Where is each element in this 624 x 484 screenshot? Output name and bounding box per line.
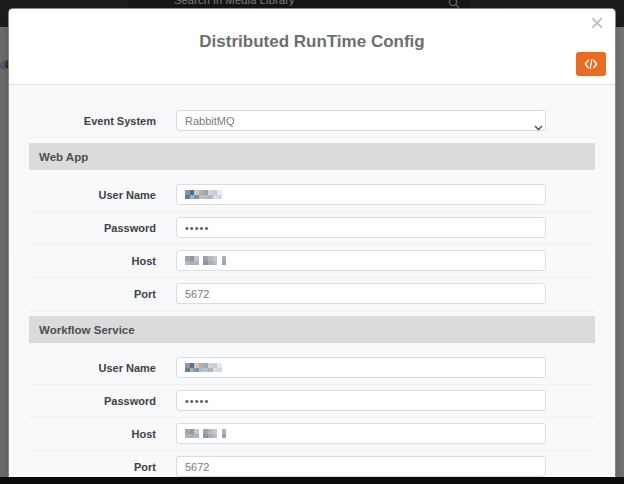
- workflow-username-row: User Name: [29, 352, 595, 385]
- workflow-host-row: Host: [29, 418, 595, 451]
- section-title: Workflow Service: [29, 324, 135, 336]
- section-title: Web App: [29, 151, 88, 163]
- webapp-password-row: Password •••••: [29, 212, 595, 245]
- modal-header: Distributed RunTime Config ×: [9, 9, 615, 85]
- webapp-port-input[interactable]: [176, 283, 546, 304]
- webapp-port-row: Port: [29, 278, 595, 311]
- distributed-runtime-config-modal: Distributed RunTime Config × Event Syste…: [8, 8, 616, 477]
- webapp-host-row: Host: [29, 245, 595, 278]
- password-dots: •••••: [185, 222, 209, 234]
- workflow-port-input[interactable]: [176, 456, 546, 477]
- webapp-password-input[interactable]: •••••: [176, 217, 546, 238]
- workflow-host-label: Host: [29, 428, 156, 440]
- event-system-select[interactable]: RabbitMQ: [176, 110, 546, 131]
- webapp-port-label: Port: [29, 288, 156, 300]
- workflow-password-label: Password: [29, 395, 156, 407]
- event-system-row: Event System RabbitMQ: [29, 105, 595, 138]
- code-icon: [584, 59, 598, 69]
- workflow-port-label: Port: [29, 461, 156, 473]
- close-icon[interactable]: ×: [586, 11, 608, 35]
- workflow-username-input[interactable]: [176, 357, 546, 378]
- webapp-username-input[interactable]: [176, 184, 546, 205]
- webapp-username-label: User Name: [29, 189, 156, 201]
- modal-body: Event System RabbitMQ Web App User Name: [9, 85, 615, 477]
- event-system-label: Event System: [29, 115, 156, 127]
- code-view-button[interactable]: [576, 52, 606, 76]
- webapp-host-label: Host: [29, 255, 156, 267]
- redacted-value: [185, 363, 222, 372]
- workflow-password-input[interactable]: •••••: [176, 390, 546, 411]
- password-dots: •••••: [185, 395, 209, 407]
- webapp-host-input[interactable]: [176, 250, 546, 271]
- redacted-value: [185, 190, 222, 199]
- workflow-username-label: User Name: [29, 362, 156, 374]
- screen: Search in Media Library eC Distributed R…: [0, 0, 624, 484]
- webapp-password-label: Password: [29, 222, 156, 234]
- redacted-value: [185, 256, 226, 265]
- section-header-web-app: Web App: [29, 143, 595, 170]
- webapp-username-row: User Name: [29, 179, 595, 212]
- workflow-host-input[interactable]: [176, 423, 546, 444]
- workflow-password-row: Password •••••: [29, 385, 595, 418]
- redacted-value: [185, 429, 226, 438]
- section-header-workflow-service: Workflow Service: [29, 316, 595, 343]
- modal-title: Distributed RunTime Config: [9, 9, 615, 52]
- workflow-port-row: Port: [29, 451, 595, 477]
